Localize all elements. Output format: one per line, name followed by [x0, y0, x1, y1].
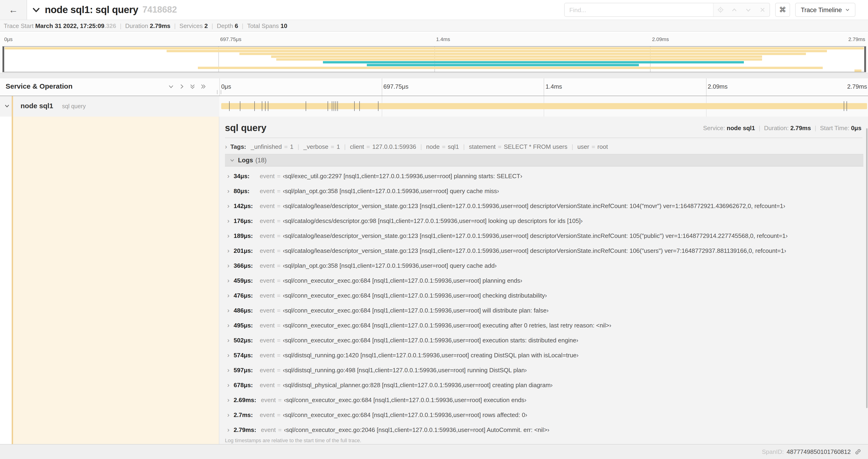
view-type-label: Trace Timeline	[801, 6, 842, 13]
trace-stats: Trace Start March 31 2022, 17:25:09.326|…	[0, 20, 868, 32]
collapse-span-icon[interactable]	[4, 103, 10, 109]
expanded-span-background	[13, 117, 219, 444]
back-button[interactable]: ←	[0, 0, 27, 20]
clear-find-icon[interactable]	[755, 3, 770, 16]
span-row-timeline[interactable]	[219, 96, 868, 117]
log-entry[interactable]: ›80μs:event=‹sql/plan_opt.go:358 [nsql1,…	[227, 183, 863, 198]
equals: =	[284, 143, 288, 150]
log-field-value: ‹sql/catalog/lease/descriptor_version_st…	[283, 247, 786, 254]
stat-label: Trace Start	[4, 22, 35, 29]
tag-value: 127.0.0.1:59936	[372, 143, 416, 150]
locate-icon[interactable]	[714, 3, 727, 16]
expand-all-icon[interactable]	[200, 84, 206, 90]
log-entry[interactable]: ›678μs:event=‹sql/distsql_physical_plann…	[227, 378, 863, 392]
logs-footnote: Log timestamps are relative to the start…	[225, 437, 863, 443]
log-timestamp: 459μs:	[234, 277, 255, 284]
tag-key: node	[426, 143, 440, 150]
collapse-one-icon[interactable]	[168, 84, 174, 90]
log-field-key: event	[260, 307, 275, 314]
log-entry[interactable]: ›486μs:event=‹sql/conn_executor_exec.go:…	[227, 303, 863, 318]
tag-item[interactable]: _unfinished=1	[251, 143, 293, 150]
log-timestamp: 678μs:	[234, 381, 255, 388]
separator: |	[242, 22, 243, 29]
log-timestamp: 176μs:	[234, 217, 255, 224]
equals: =	[277, 217, 280, 224]
view-type-select[interactable]: Trace Timeline	[795, 3, 856, 17]
log-timestamp: 486μs:	[234, 307, 255, 314]
log-entry[interactable]: ›142μs:event=‹sql/catalog/lease/descript…	[227, 198, 863, 213]
log-field-value: ‹sql/conn_executor_exec.go:2046 [nsql1,c…	[284, 426, 550, 433]
log-marker	[254, 101, 254, 111]
log-entry[interactable]: ›459μs:event=‹sql/conn_executor_exec.go:…	[227, 273, 863, 288]
tag-item[interactable]: _verbose=1	[303, 143, 340, 150]
keyboard-shortcuts-button[interactable]: ⌘	[775, 3, 790, 17]
equals: =	[498, 143, 501, 150]
tag-key: _unfinished	[251, 143, 282, 150]
log-entry[interactable]: ›502μs:event=‹sql/conn_executor_exec.go:…	[227, 333, 863, 348]
timeline-axis: 0μs697.75μs1.4ms2.09ms2.79ms	[219, 78, 868, 96]
equals: =	[278, 396, 282, 403]
log-entry[interactable]: ›476μs:event=‹sql/conn_executor_exec.go:…	[227, 288, 863, 303]
log-entry[interactable]: ›189μs:event=‹sql/catalog/lease/descript…	[227, 228, 863, 243]
log-entry[interactable]: ›176μs:event=‹sql/catalog/descs/descript…	[227, 213, 863, 228]
find-input[interactable]	[565, 3, 713, 16]
span-row-label[interactable]: node sql1 sql query	[0, 96, 220, 117]
collapse-all-icon[interactable]	[189, 84, 195, 90]
next-result-icon[interactable]	[742, 3, 755, 16]
equals: =	[331, 143, 334, 150]
log-field-value: ‹sql/distsql_running.go:1420 [nsql1,clie…	[283, 352, 579, 358]
collapse-controls	[168, 84, 206, 90]
log-field-value: ‹sql/conn_executor_exec.go:684 [nsql1,cl…	[283, 336, 578, 343]
tag-key: user	[578, 143, 589, 150]
span-bar-ticks	[221, 101, 867, 111]
log-marker	[240, 101, 240, 111]
tag-item[interactable]: user=root	[578, 143, 608, 150]
tag-value: sql1	[448, 143, 459, 150]
separator: |	[344, 143, 346, 150]
equals: =	[277, 247, 280, 254]
chevron-down-icon	[845, 7, 850, 12]
service-operation-title: Service & Operation	[6, 82, 72, 90]
log-marker	[306, 101, 306, 111]
span-color-stripe	[12, 96, 13, 117]
log-marker	[334, 101, 334, 111]
log-field-value: ‹sql/plan_opt.go:358 [nsql1,client=127.0…	[283, 187, 499, 194]
copy-link-icon[interactable]	[855, 448, 862, 455]
minimap-canvas[interactable]	[2, 46, 866, 72]
equals: =	[277, 352, 280, 358]
find-buttons	[713, 3, 770, 16]
log-entry[interactable]: ›574μs:event=‹sql/distsql_running.go:142…	[227, 348, 863, 362]
equals: =	[277, 366, 280, 373]
log-entry[interactable]: ›201μs:event=‹sql/catalog/lease/descript…	[227, 243, 863, 258]
log-timestamp: 80μs:	[234, 187, 255, 194]
log-field-value: ‹sql/conn_executor_exec.go:684 [nsql1,cl…	[283, 277, 522, 284]
stat-value: 2.79ms	[150, 22, 170, 29]
scrollbar-thumb[interactable]	[866, 128, 868, 408]
tags-row[interactable]: › Tags: _unfinished=1|_verbose=1|client=…	[225, 140, 863, 153]
expand-one-icon[interactable]	[179, 84, 185, 90]
minimap-span-bar	[367, 64, 639, 66]
tag-item[interactable]: client=127.0.0.1:59936	[350, 143, 416, 150]
log-field-key: event	[261, 396, 276, 403]
chevron-right-icon: ›	[227, 366, 229, 374]
log-entry[interactable]: ›366μs:event=‹sql/plan_opt.go:358 [nsql1…	[227, 258, 863, 273]
meta-value: node sql1	[726, 124, 755, 131]
log-entry[interactable]: ›2.79ms:event=‹sql/conn_executor_exec.go…	[227, 422, 863, 437]
time-tick-label: 1.4ms	[436, 36, 450, 42]
log-entry[interactable]: ›34μs:event=‹sql/exec_util.go:2297 [nsql…	[227, 168, 863, 183]
log-field-key: event	[260, 217, 275, 224]
span-detail-header: sql query Service: node sql1|Duration: 2…	[225, 120, 863, 136]
chevron-right-icon: ›	[227, 217, 229, 224]
tag-item[interactable]: node=sql1	[426, 143, 459, 150]
log-timestamp: 502μs:	[234, 336, 255, 343]
chevron-right-icon: ›	[227, 396, 229, 403]
log-entry[interactable]: ›2.69ms:event=‹sql/conn_executor_exec.go…	[227, 392, 863, 407]
log-entry[interactable]: ›2.7ms:event=‹sql/conn_executor_exec.go:…	[227, 407, 863, 422]
logs-header[interactable]: Logs (18)	[225, 154, 863, 167]
collapse-trace-header-icon[interactable]	[32, 6, 40, 14]
log-entry[interactable]: ›495μs:event=‹sql/conn_executor_exec.go:…	[227, 318, 863, 333]
timeline-gridline	[544, 78, 544, 96]
log-entry[interactable]: ›597μs:event=‹sql/distsql_running.go:498…	[227, 362, 863, 378]
prev-result-icon[interactable]	[727, 3, 742, 16]
tag-item[interactable]: statement=SELECT * FROM users	[469, 143, 567, 150]
